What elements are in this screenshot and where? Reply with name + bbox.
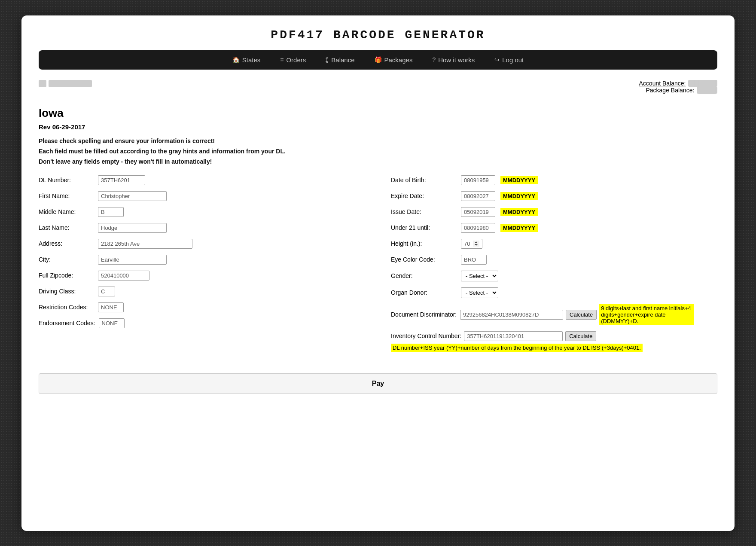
pay-button-row: Pay [39,373,717,394]
header-row: Hi, Account Balance: ██████ Package Bala… [39,80,717,94]
inventory-hint: DL number+ISS year (YY)+number of days f… [391,344,643,352]
document-discriminator-inputs: Document Discriminator: Calculate 9 digi… [391,304,717,325]
nav-how-it-works[interactable]: ? How it works [429,55,478,65]
state-title: Iowa [39,107,717,120]
under21-input[interactable] [461,223,495,233]
height-label: Height (in.): [391,240,457,247]
inventory-control-inputs: Inventory Control Number: Calculate DL n… [391,331,717,352]
dl-number-row: DL Number: [39,175,365,185]
middle-name-label: Middle Name: [39,208,94,215]
issue-input[interactable] [461,207,495,217]
orders-icon: ≡ [280,56,284,63]
username-redacted [49,80,92,87]
issue-hint: MMDDYYYY [500,208,538,216]
logout-icon: ↪ [494,56,500,63]
app-title: PDF417 BARCODE GENERATOR [39,28,717,42]
last-name-row: Last Name: [39,223,365,233]
instructions: Please check spelling and ensure your in… [39,137,717,165]
expire-label: Expire Date: [391,192,457,199]
under21-hint: MMDDYYYY [500,224,538,232]
greeting: Hi, [39,80,92,87]
package-balance-value: ████ [697,87,717,94]
organ-donor-label: Organ Donor: [391,289,457,296]
restriction-codes-label: Restriction Codes: [39,304,94,311]
instruction-2: Each field must be filled out according … [39,148,717,155]
doc-disc-calculate-button[interactable]: Calculate [566,310,597,320]
zipcode-input[interactable] [98,271,149,281]
under21-label: Under 21 until: [391,224,457,231]
question-icon: ? [432,56,436,63]
city-row: City: [39,255,365,265]
balance-section: Account Balance: ██████ Package Balance:… [639,80,717,94]
doc-disc-input[interactable] [460,310,563,320]
city-input[interactable] [98,255,167,265]
middle-name-row: Middle Name: [39,207,365,217]
driving-class-input[interactable] [98,287,115,296]
dl-number-label: DL Number: [39,177,94,183]
city-label: City: [39,256,94,263]
middle-name-input[interactable] [98,207,124,217]
first-name-row: First Name: [39,191,365,201]
restriction-codes-row: Restriction Codes: [39,302,365,312]
nav-orders[interactable]: ≡ Orders [277,55,309,65]
account-balance-value: ██████ [688,80,717,87]
gender-label: Gender: [391,272,457,279]
package-balance-row[interactable]: Package Balance: ████ [639,87,717,94]
zipcode-row: Full Zipcode: [39,271,365,281]
dob-input[interactable] [461,175,495,185]
pay-button[interactable]: Pay [39,373,717,394]
eye-color-input[interactable] [461,255,487,265]
doc-disc-hint: 9 digits+last and first name initials+4 … [599,304,694,325]
eye-color-row: Eye Color Code: [391,255,717,265]
form-left: DL Number: First Name: Middle Name: Last… [39,175,365,358]
gender-row: Gender: - Select - M F [391,271,717,281]
dl-number-input[interactable] [98,175,145,185]
form-section: DL Number: First Name: Middle Name: Last… [39,175,717,358]
expire-input[interactable] [461,191,495,201]
instruction-1: Please check spelling and ensure your in… [39,137,717,144]
bitcoin-icon: ₿ [326,56,329,63]
driving-class-row: Driving Class: [39,287,365,296]
nav-balance[interactable]: ₿ Balance [322,55,358,65]
inventory-input[interactable] [464,331,563,341]
dob-hint: MMDDYYYY [500,176,538,184]
last-name-label: Last Name: [39,224,94,231]
zipcode-label: Full Zipcode: [39,272,94,279]
last-name-input[interactable] [98,223,167,233]
package-icon: 🎁 [375,56,382,63]
expire-row: Expire Date: MMDDYYYY [391,191,717,201]
driving-class-label: Driving Class: [39,288,94,295]
main-window: PDF417 BARCODE GENERATOR 🏠 States ≡ Orde… [21,15,735,531]
organ-donor-row: Organ Donor: - Select - Y N [391,287,717,298]
issue-label: Issue Date: [391,208,457,215]
home-icon: 🏠 [232,56,240,63]
inventory-label: Inventory Control Number: [391,332,461,339]
expire-hint: MMDDYYYY [500,192,538,200]
nav-logout[interactable]: ↪ Log out [491,55,527,65]
inventory-calculate-button[interactable]: Calculate [565,331,596,341]
gender-select[interactable]: - Select - M F [461,271,498,281]
nav-packages[interactable]: 🎁 Packages [371,55,416,65]
doc-disc-label: Document Discriminator: [391,311,457,318]
account-balance-row[interactable]: Account Balance: ██████ [639,80,717,87]
address-label: Address: [39,240,94,247]
form-right: Date of Birth: MMDDYYYY Expire Date: MMD… [391,175,717,358]
address-row: Address: [39,239,365,249]
nav-bar: 🏠 States ≡ Orders ₿ Balance 🎁 Packages ?… [39,50,717,70]
dob-label: Date of Birth: [391,177,457,183]
restriction-codes-input[interactable] [98,302,124,312]
revision-date: Rev 06-29-2017 [39,123,717,131]
address-input[interactable] [98,239,192,249]
first-name-label: First Name: [39,192,94,199]
height-wrapper [461,239,482,249]
instruction-3: Don't leave any fields empty - they won'… [39,158,717,165]
height-row: Height (in.): [391,239,717,249]
first-name-input[interactable] [98,191,167,201]
height-input[interactable] [461,239,482,249]
endorsement-codes-input[interactable] [99,318,125,328]
inventory-control-row: Inventory Control Number: Calculate DL n… [391,331,717,352]
under21-row: Under 21 until: MMDDYYYY [391,223,717,233]
nav-states[interactable]: 🏠 States [229,55,264,65]
endorsement-codes-row: Endorsement Codes: [39,318,365,328]
organ-donor-select[interactable]: - Select - Y N [461,287,498,298]
